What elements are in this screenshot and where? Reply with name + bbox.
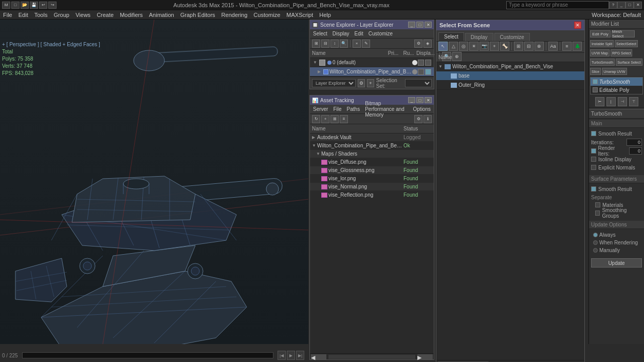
layer-check-11[interactable] xyxy=(425,69,431,75)
at-restore-btn[interactable]: □ xyxy=(416,97,424,103)
menu-customize[interactable]: Customize xyxy=(253,12,280,18)
asset-row-lor[interactable]: vise_lor.png Found xyxy=(310,175,434,183)
rp-select-select-btn[interactable]: SelectSelect xyxy=(615,40,638,47)
rp-explicit-check[interactable] xyxy=(591,165,596,170)
asset-row-maps[interactable]: ▼ Maps / Shaders xyxy=(310,150,434,158)
rp-icon-3[interactable]: ⊣ xyxy=(618,97,627,106)
rp-iterations-input[interactable] xyxy=(627,139,642,146)
at-tool-list[interactable]: ≡ xyxy=(340,115,348,123)
asset-row-diffuse[interactable]: vise_Diffuse.png Found xyxy=(310,158,434,166)
se-tool-1[interactable]: ⊞ xyxy=(312,40,320,48)
at-menu-paths[interactable]: Paths xyxy=(347,106,360,112)
se-restore-btn[interactable]: □ xyxy=(416,22,424,28)
se-menu-edit[interactable]: Edit xyxy=(355,31,363,36)
sfs-tab-display[interactable]: Display xyxy=(465,33,493,41)
sfs-tool-hier[interactable]: 🌲 xyxy=(573,42,582,51)
save-icon[interactable]: 💾 xyxy=(30,2,38,9)
rp-icon-1[interactable]: ⊢ xyxy=(595,97,604,106)
rp-update-btn[interactable]: Update xyxy=(591,258,642,268)
se-tool-3[interactable]: ↕ xyxy=(330,40,339,48)
menu-rendering[interactable]: Rendering xyxy=(222,12,248,18)
menu-modifiers[interactable]: Modifiers xyxy=(120,12,143,18)
rp-isoline-check[interactable] xyxy=(591,157,596,162)
layer-expand-0[interactable]: ▼ xyxy=(312,60,318,66)
rp-instr-btn[interactable]: Instable Split xyxy=(590,40,614,47)
sfs-row-vise[interactable]: ▼ Wilton_Combination_Pipe_and_Bench_Vise xyxy=(436,62,584,71)
at-minimize-btn[interactable]: _ xyxy=(408,97,415,103)
rp-always-radio[interactable] xyxy=(593,233,598,237)
rp-icon-2[interactable]: | xyxy=(606,97,616,106)
sfs-row-outer[interactable]: Outer_Ring xyxy=(436,81,584,90)
at-tool-add[interactable]: + xyxy=(321,115,329,123)
rp-manually-radio[interactable] xyxy=(593,248,598,253)
layer-check-0[interactable] xyxy=(418,60,424,66)
menu-tools[interactable]: Tools xyxy=(34,12,48,18)
next-frame-btn[interactable]: ▶| xyxy=(296,351,304,360)
rp-uvw-btn[interactable]: UVW Map xyxy=(590,49,610,56)
rp-render-check[interactable] xyxy=(591,148,596,154)
se-tool-7[interactable]: ⚙ xyxy=(414,40,422,48)
maximize-btn[interactable]: □ xyxy=(625,2,634,9)
selection-set-dropdown[interactable] xyxy=(405,79,432,87)
layer-explorer-dropdown[interactable]: Layer Explorer xyxy=(312,79,356,87)
sfs-object-tree[interactable]: ▼ Wilton_Combination_Pipe_and_Bench_Vise… xyxy=(436,62,584,360)
rp-ts-checkbox[interactable] xyxy=(593,79,598,84)
menu-graph-editors[interactable]: Graph Editors xyxy=(180,12,215,18)
sfs-tool-geometry[interactable]: △ xyxy=(449,42,458,51)
rp-when-rendering-radio[interactable] xyxy=(593,240,598,245)
asset-row-gloss[interactable]: vise_Glossness.png Found xyxy=(310,166,434,175)
rp-render-iters-input[interactable] xyxy=(629,147,642,155)
rp-unwrap-btn[interactable]: Unwrap UVW xyxy=(602,68,627,75)
sfs-tool-light[interactable]: ☀ xyxy=(469,42,479,51)
at-scroll-left[interactable]: ◀ xyxy=(311,354,326,359)
rp-slice-btn[interactable]: Slice xyxy=(590,68,601,75)
menu-group[interactable]: Group xyxy=(53,12,69,18)
menu-animation[interactable]: Animation xyxy=(149,12,174,18)
search-input[interactable] xyxy=(506,1,609,9)
rp-editablepoly-item[interactable]: Editable Poly xyxy=(591,86,642,94)
at-tool-info[interactable]: ℹ xyxy=(424,115,432,123)
sfs-tool-invert[interactable]: ⊗ xyxy=(535,42,544,51)
rp-mesh-select-btn[interactable]: Mesh Select xyxy=(612,30,635,37)
redo-icon[interactable]: ↪ xyxy=(48,2,57,9)
menu-create[interactable]: Create xyxy=(97,12,114,18)
new-icon[interactable]: □ xyxy=(11,2,20,9)
se-tool-5[interactable]: × xyxy=(353,40,361,48)
rp-edit-poly-btn[interactable]: Edit Poly xyxy=(590,30,611,37)
sfs-tool-bone[interactable]: 🦴 xyxy=(500,42,509,51)
layer-expand-1[interactable]: ▶ xyxy=(316,69,322,75)
asset-row-reflection[interactable]: vise_Reflection.png Found xyxy=(310,191,434,199)
minimize-btn[interactable]: _ xyxy=(617,2,625,9)
sfs-tool-select[interactable]: ↖ xyxy=(438,42,448,51)
rp-smooth-result-check[interactable] xyxy=(591,131,596,136)
asset-row-vise[interactable]: ▼ Wilton_Combination_Pipe_and_Bench_Vise… xyxy=(310,142,434,150)
se-tool-2[interactable]: ⊟ xyxy=(321,40,329,48)
asset-row-vault[interactable]: ▶ Autodesk Vault Logged xyxy=(310,134,434,142)
rp-materials-check[interactable] xyxy=(595,202,600,207)
se-minimize-btn[interactable]: _ xyxy=(408,22,415,28)
rp-ep-checkbox[interactable] xyxy=(593,87,598,92)
rp-surface-btn[interactable]: Surface Select xyxy=(616,59,642,66)
at-tool-refresh[interactable]: ↻ xyxy=(312,115,320,123)
sfs-tab-customize[interactable]: Customize xyxy=(494,33,530,41)
sfs-expand-0[interactable]: ▼ xyxy=(438,64,445,69)
prev-frame-btn[interactable]: |◀ xyxy=(278,351,286,360)
sfs-tool-none[interactable]: ⊟ xyxy=(524,42,533,51)
rp-smoothing-check[interactable] xyxy=(595,211,600,216)
at-menu-bitmap[interactable]: Bitmap Performance and Memory xyxy=(365,101,408,118)
se-menu-display[interactable]: Display xyxy=(333,31,349,36)
asset-row-normal[interactable]: vise_Normal.png Found xyxy=(310,183,434,191)
close-btn[interactable]: ✕ xyxy=(634,2,642,9)
rp-smooth-result-check2[interactable] xyxy=(591,186,596,192)
sfs-tool-case[interactable]: Aa xyxy=(548,42,558,51)
timeline-slider[interactable] xyxy=(22,352,273,358)
sfs-row-base[interactable]: base xyxy=(436,71,584,81)
help-icon[interactable]: ? xyxy=(609,2,617,9)
undo-icon[interactable]: ↩ xyxy=(39,2,47,9)
rp-icon-4[interactable]: ⊤ xyxy=(629,97,638,106)
sfs-tool-shapes[interactable]: ◎ xyxy=(459,42,468,51)
open-icon[interactable]: 📂 xyxy=(21,2,29,9)
play-btn[interactable]: ▶ xyxy=(287,351,295,360)
se-tool-6[interactable]: ✎ xyxy=(362,40,370,48)
layer-row-vise[interactable]: ▶ Wilton_Combination_Pipe_and_Bench_... xyxy=(310,67,434,77)
